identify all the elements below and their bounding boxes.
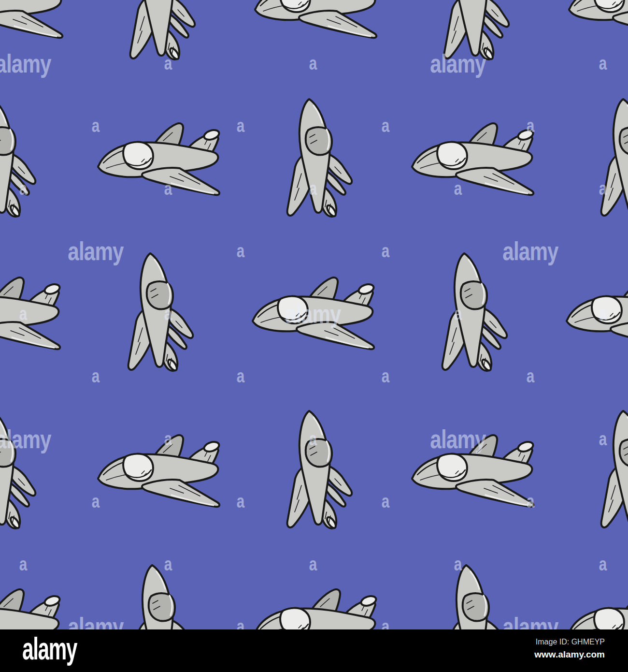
alamy-a-watermark: a bbox=[92, 367, 100, 385]
alamy-a-watermark: a bbox=[309, 430, 317, 448]
alamy-a-watermark: a bbox=[599, 430, 607, 448]
alamy-a-watermark: a bbox=[599, 305, 607, 323]
alamy-watermark: alamy bbox=[285, 301, 341, 327]
alamy-a-watermark: a bbox=[19, 305, 27, 323]
alamy-watermark: alamy bbox=[0, 426, 51, 452]
alamy-watermark: alamy bbox=[68, 238, 124, 264]
alamy-a-watermark: a bbox=[164, 179, 172, 198]
alamy-a-watermark: a bbox=[92, 492, 100, 511]
alamy-a-watermark: a bbox=[237, 367, 244, 385]
alamy-a-watermark: a bbox=[454, 555, 462, 573]
alamy-a-watermark: a bbox=[237, 117, 244, 135]
alamy-a-watermark: a bbox=[454, 305, 462, 323]
alamy-a-watermark: a bbox=[164, 54, 172, 73]
alamy-a-watermark: a bbox=[599, 555, 607, 573]
alamy-a-watermark: a bbox=[382, 117, 389, 135]
alamy-watermark: alamy bbox=[430, 50, 486, 76]
alamy-a-watermark: a bbox=[382, 242, 389, 260]
alamy-a-watermark: a bbox=[92, 117, 100, 135]
alamy-watermark: alamy bbox=[0, 50, 51, 76]
alamy-watermark: alamy bbox=[430, 426, 486, 452]
alamy-a-watermark: a bbox=[164, 430, 172, 448]
alamy-a-watermark: a bbox=[309, 179, 317, 198]
alamy-watermark: alamy bbox=[502, 238, 558, 264]
alamy-a-watermark: a bbox=[382, 367, 389, 385]
alamy-a-watermark: a bbox=[19, 555, 27, 573]
alamy-a-watermark: a bbox=[527, 117, 534, 135]
watermark-layer: aaaalamyalamyaaaaaaaaaaaalamyalamyaaaaal… bbox=[0, 0, 628, 672]
alamy-a-watermark: a bbox=[454, 179, 462, 198]
alamy-a-watermark: a bbox=[599, 54, 607, 73]
alamy-a-watermark: a bbox=[164, 305, 172, 323]
footer-bar: alamy Image ID: GHMEYP www.alamy.com bbox=[0, 629, 628, 672]
alamy-a-watermark: a bbox=[309, 54, 317, 73]
alamy-a-watermark: a bbox=[237, 242, 244, 260]
image-id-text: Image ID: GHMEYP bbox=[534, 637, 605, 647]
alamy-a-watermark: a bbox=[164, 555, 172, 573]
alamy-a-watermark: a bbox=[527, 492, 534, 511]
stock-image-preview: aaaalamyalamyaaaaaaaaaaaalamyalamyaaaaal… bbox=[0, 0, 628, 672]
alamy-a-watermark: a bbox=[527, 367, 534, 385]
website-url-text: www.alamy.com bbox=[534, 649, 605, 660]
alamy-a-watermark: a bbox=[309, 555, 317, 573]
alamy-a-watermark: a bbox=[599, 179, 607, 198]
footer-info: Image ID: GHMEYP www.alamy.com bbox=[534, 637, 605, 660]
alamy-a-watermark: a bbox=[382, 492, 389, 511]
alamy-logo: alamy bbox=[22, 633, 77, 664]
alamy-a-watermark: a bbox=[19, 179, 27, 198]
alamy-a-watermark: a bbox=[237, 492, 244, 511]
